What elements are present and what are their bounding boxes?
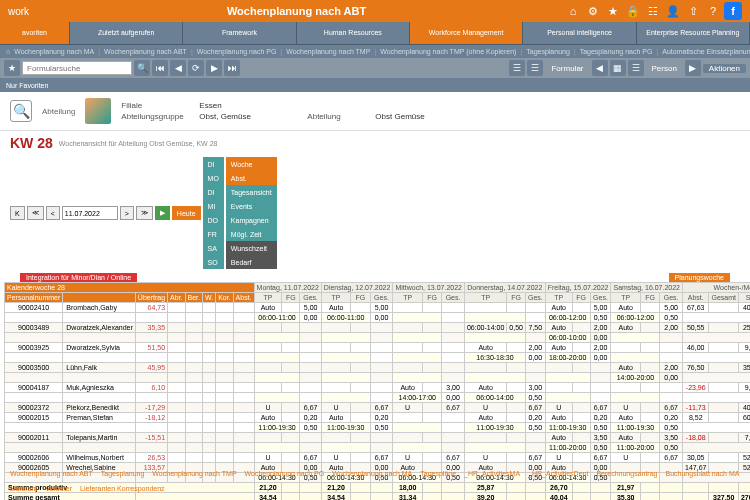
action-btn-6[interactable]: Wunschzeit — [226, 241, 277, 255]
list1-icon[interactable]: ☰ — [509, 60, 525, 76]
footer-link-5[interactable]: Tagespläne — [420, 470, 456, 477]
filiale-label: Filiale — [121, 101, 191, 110]
search-input[interactable] — [22, 61, 132, 75]
table-row[interactable]: 90004187Muk,Agnieszka6,10Auto3,00Auto3,0… — [5, 383, 751, 393]
table-row[interactable]: 90002606Wilhelmus,Norbert26,53U6,67U6,67… — [5, 453, 751, 463]
list2-icon[interactable]: ☰ — [527, 60, 543, 76]
footer-link-2[interactable]: Wochenplanung nach TMP — [152, 470, 236, 477]
table-row[interactable]: 90003500Lühn,Falk45,95Auto2,0076,5035,50… — [5, 363, 751, 373]
nav-gt-button[interactable]: > — [120, 206, 134, 220]
date-input[interactable] — [62, 206, 118, 220]
action-btn-7[interactable]: Bedarf — [226, 255, 277, 269]
nav-tab-2[interactable]: Framework — [183, 22, 296, 44]
footer-link-6[interactable]: _HR_ActivitiesMA — [464, 470, 520, 477]
subnav-item-0[interactable]: Wochenplanung nach MA — [14, 48, 94, 55]
footer-link-9[interactable]: Buchungsblatt nach MA — [666, 470, 740, 477]
action-btn-3[interactable]: Events — [226, 199, 277, 213]
nav-tab-5[interactable]: Personal intelligence — [523, 22, 636, 44]
dept-row: 🔍 Abteilung Filiale Essen Abteilungsgrup… — [0, 92, 750, 131]
aktionen-label[interactable]: Aktionen — [703, 64, 746, 73]
integration-strip: Integration für Minor/Dlan / Online — [20, 273, 137, 282]
day-btn-do[interactable]: DO — [203, 213, 224, 227]
day-btn-di[interactable]: DI — [203, 157, 224, 171]
day-btn-fr[interactable]: FR — [203, 227, 224, 241]
nav-kk-button[interactable]: ≪ — [27, 206, 44, 220]
nav-tab-4[interactable]: Workforce Management — [410, 22, 523, 44]
subnav-item-1[interactable]: Wochenplanung nach ABT — [104, 48, 187, 55]
nav-tab-3[interactable]: Human Resources — [297, 22, 410, 44]
abteilung-label: Abteilung — [42, 107, 75, 116]
table-row[interactable]: 90002410Brombach,Gaby64,73Auto5,00Auto5,… — [5, 303, 751, 313]
footer-link-7[interactable]: _HR_ActivitiesDept — [528, 470, 588, 477]
prev2-icon[interactable]: ◀ — [592, 60, 608, 76]
day-btn-di[interactable]: DI — [203, 185, 224, 199]
subnav-item-4[interactable]: Wochenplanung nach TMP (ohne Kopieren) — [380, 48, 516, 55]
facebook-icon[interactable]: f — [724, 2, 742, 20]
footer-links: Wochenplanung nach ABTTagesplanungWochen… — [0, 466, 750, 496]
subnav-item-3[interactable]: Wochenplanung nach TMP — [286, 48, 370, 55]
calendar-icon[interactable]: ☷ — [644, 2, 662, 20]
day-btn-sa[interactable]: SA — [203, 241, 224, 255]
footer-link-8[interactable]: Berechnungsantrag — [596, 470, 657, 477]
action-btn-0[interactable]: Woche — [226, 157, 277, 171]
search-icon[interactable]: 🔍 — [134, 60, 150, 76]
nav-tab-6[interactable]: Enterprise Resource Planning — [637, 22, 750, 44]
date-nav: K ≪ < > ≫ ▶ Heute DIMODIMIDOFRSASO Woche… — [0, 155, 750, 271]
nav-tab-0[interactable]: avoriten — [0, 22, 70, 44]
fav-toggle-icon[interactable]: ★ — [4, 60, 20, 76]
footer-link-11[interactable]: Vertreter — [45, 485, 72, 492]
nav-tab-1[interactable]: Zuletzt aufgerufen — [70, 22, 183, 44]
day-btn-mi[interactable]: MI — [203, 199, 224, 213]
day-btn-mo[interactable]: MO — [203, 171, 224, 185]
home-small-icon[interactable]: ⌂ — [6, 48, 10, 55]
formular-label: Formular — [545, 64, 589, 73]
action-btn-5[interactable]: Mögl. Zeit — [226, 227, 277, 241]
next2-icon[interactable]: ▶ — [685, 60, 701, 76]
gear-icon[interactable]: ⚙ — [584, 2, 602, 20]
heute-button[interactable]: Heute — [172, 206, 201, 220]
footer-link-3[interactable]: Wochenplanung nach PG — [245, 470, 325, 477]
nav-gg-button[interactable]: ≫ — [136, 206, 153, 220]
star-icon[interactable]: ★ — [604, 2, 622, 20]
table-row-times: 06:00-11:000,0006:00-11:000,0006:00-12:0… — [5, 313, 751, 323]
search-dept-icon[interactable]: 🔍 — [10, 100, 32, 122]
table-row-times: 16:30-18:300,0018:00-20:000,00 — [5, 353, 751, 363]
footer-link-12[interactable]: Lieferanten Korrespondenz — [80, 485, 164, 492]
upload-icon[interactable]: ⇧ — [684, 2, 702, 20]
subnav-item-7[interactable]: Automatische Einsatzplanung — [662, 48, 750, 55]
fav-only-label[interactable]: Nur Favoriten — [6, 82, 48, 89]
help-icon[interactable]: ? — [704, 2, 722, 20]
subnav-item-2[interactable]: Wochenplanung nach PG — [197, 48, 277, 55]
dept-image — [85, 98, 111, 124]
footer-link-0[interactable]: Wochenplanung nach ABT — [10, 470, 93, 477]
nav-k-button[interactable]: K — [10, 206, 25, 220]
lock-icon[interactable]: 🔒 — [624, 2, 642, 20]
play-button[interactable]: ▶ — [155, 206, 170, 220]
table-row[interactable]: 90003925Dworatzek,Sylvia51,50Auto2,00Aut… — [5, 343, 751, 353]
subnav-item-6[interactable]: Tagesplanung nach PG — [580, 48, 653, 55]
grid-icon[interactable]: ▦ — [610, 60, 626, 76]
table-row[interactable]: 90002011Tolepanis,Martin-15,51Auto3,50Au… — [5, 433, 751, 443]
nav-prev-icon[interactable]: ◀ — [170, 60, 186, 76]
app-header: work Wochenplanung nach ABT ⌂ ⚙ ★ 🔒 ☷ 👤 … — [0, 0, 750, 22]
nav-lt-button[interactable]: < — [46, 206, 60, 220]
footer-link-1[interactable]: Tagesplanung — [101, 470, 145, 477]
home-icon[interactable]: ⌂ — [564, 2, 582, 20]
subnav-item-5[interactable]: Tagesplanung — [526, 48, 570, 55]
table-row[interactable]: 90002015Preman,Stefan-18,12Auto0,20Auto0… — [5, 413, 751, 423]
day-btn-so[interactable]: SO — [203, 255, 224, 269]
list3-icon[interactable]: ☰ — [628, 60, 644, 76]
action-btn-1[interactable]: Abst. — [226, 171, 277, 185]
nav-last-icon[interactable]: ⏭ — [224, 60, 240, 76]
refresh-icon[interactable]: ⟳ — [188, 60, 204, 76]
footer-link-4[interactable]: Wochenplanung nach MA — [332, 470, 412, 477]
table-row[interactable]: 90003489Dworatzek,Alexander35,3506:00-14… — [5, 323, 751, 333]
table-row-times: 14:00-17:000,0006:00-14:000,50 — [5, 393, 751, 403]
footer-link-10[interactable]: Lieferant — [10, 485, 37, 492]
table-row[interactable]: 90002372Piekorz,Benedikt-17,29U6,67U6,67… — [5, 403, 751, 413]
action-btn-4[interactable]: Kampagnen — [226, 213, 277, 227]
nav-first-icon[interactable]: ⏮ — [152, 60, 168, 76]
action-btn-2[interactable]: Tagesansicht — [226, 185, 277, 199]
nav-next-icon[interactable]: ▶ — [206, 60, 222, 76]
user-icon[interactable]: 👤 — [664, 2, 682, 20]
